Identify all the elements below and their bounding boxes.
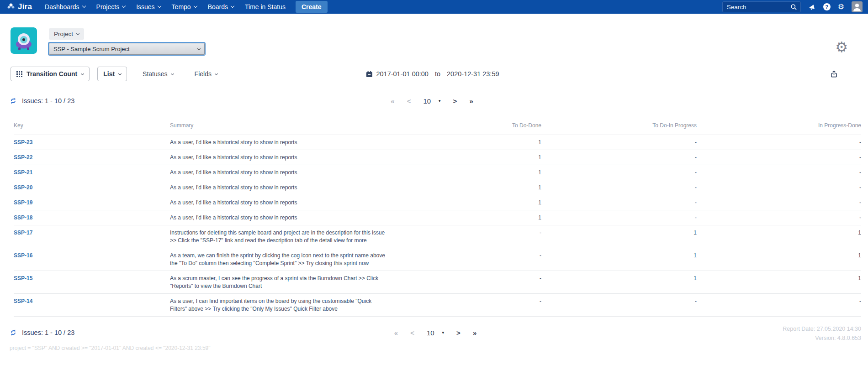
project-select[interactable]: SSP - Sample Scrum Project — [49, 43, 205, 55]
column-header-summary[interactable]: Summary — [170, 118, 394, 135]
pagination-next-button[interactable]: > — [453, 97, 457, 105]
refresh-button[interactable] — [10, 97, 17, 104]
issue-key-link[interactable]: SSP-22 — [14, 154, 32, 161]
navbar-right: ? ⚙ — [722, 1, 863, 12]
value-inprogress-done: 1 — [697, 225, 861, 248]
value-todo-inprogress: - — [541, 135, 697, 150]
grid-icon — [16, 71, 22, 77]
issue-summary: As a user, I can find important items on… — [170, 294, 394, 317]
page-size-value: 10 — [423, 97, 431, 105]
project-scope-dropdown[interactable]: Project — [49, 28, 84, 40]
pagination-next-button[interactable]: > — [456, 329, 460, 337]
report-settings-gear-icon[interactable]: ⚙ — [835, 40, 848, 54]
report-version: Version: 4.8.0.653 — [783, 334, 861, 343]
refresh-button[interactable] — [10, 329, 17, 336]
pagination-last-button[interactable]: » — [473, 329, 476, 337]
announcements-icon[interactable] — [808, 3, 816, 10]
issue-key-link[interactable]: SSP-16 — [14, 252, 32, 259]
statuses-dropdown[interactable]: Statuses — [140, 70, 176, 78]
view-dropdown-label: List — [103, 70, 115, 78]
issue-summary: As a user, I'd like a historical story t… — [170, 195, 394, 210]
chevron-down-icon — [231, 4, 234, 8]
chevron-down-icon — [157, 4, 161, 8]
issue-key-cell: SSP-16 — [14, 248, 170, 271]
help-icon[interactable]: ? — [823, 3, 831, 10]
nav-item-projects[interactable]: Projects — [91, 0, 131, 14]
pagination-first-button[interactable]: « — [391, 97, 394, 105]
nav-item-dashboards[interactable]: Dashboards — [39, 0, 91, 14]
issue-key-link[interactable]: SSP-17 — [14, 229, 32, 236]
issue-key-link[interactable]: SSP-19 — [14, 199, 32, 206]
chevron-down-icon — [215, 72, 218, 75]
issue-summary: Instructions for deleting this sample bo… — [170, 225, 394, 248]
refresh-icon — [10, 329, 17, 336]
column-header-todo-done[interactable]: To Do-Done — [394, 118, 541, 135]
issue-key-cell: SSP-15 — [14, 271, 170, 294]
chevron-down-icon — [171, 72, 174, 75]
page-size-dropdown[interactable]: 10 ▾ — [427, 329, 444, 337]
nav-item-label: Dashboards — [45, 3, 79, 10]
project-header: Project SSP - Sample Scrum Project ⚙ — [0, 14, 868, 55]
value-todo-inprogress: - — [541, 180, 697, 195]
nav-item-time-in-status[interactable]: Time in Status — [239, 0, 291, 14]
issue-key-cell: SSP-17 — [14, 225, 170, 248]
value-todo-done: 1 — [394, 135, 541, 150]
issue-key-cell: SSP-18 — [14, 210, 170, 225]
issue-row: SSP-23As a user, I'd like a historical s… — [14, 135, 861, 150]
value-todo-done: 1 — [394, 150, 541, 165]
column-header-inprogress-done[interactable]: In Progress-Done — [697, 118, 861, 135]
calendar-icon — [365, 71, 372, 78]
page-size-value: 10 — [427, 329, 434, 337]
search-icon[interactable] — [790, 4, 797, 10]
caret-down-icon: ▾ — [439, 99, 441, 103]
nav-item-label: Time in Status — [245, 3, 286, 10]
search-input[interactable] — [726, 3, 786, 11]
settings-gear-icon[interactable]: ⚙ — [838, 3, 844, 10]
report-toolbar: Transition Count List Statuses Fields 20… — [11, 67, 854, 81]
issue-row: SSP-21As a user, I'd like a historical s… — [14, 165, 861, 180]
nav-item-tempo[interactable]: Tempo — [166, 0, 202, 14]
issue-key-link[interactable]: SSP-23 — [14, 139, 32, 146]
date-range-picker[interactable]: 2017-01-01 00:00 to 2020-12-31 23:59 — [365, 70, 499, 78]
issue-row: SSP-22As a user, I'd like a historical s… — [14, 150, 861, 165]
pagination-bottom: « < 10 ▾ > » — [394, 329, 476, 337]
issue-row: SSP-18As a user, I'd like a historical s… — [14, 210, 861, 225]
search-box — [722, 1, 801, 12]
create-button[interactable]: Create — [296, 1, 328, 13]
pagination-first-button[interactable]: « — [394, 329, 398, 337]
pagination-prev-button[interactable]: < — [410, 329, 414, 337]
jira-logo[interactable]: Jira — [6, 2, 32, 11]
issue-key-link[interactable]: SSP-21 — [14, 169, 32, 176]
issue-row: SSP-20As a user, I'd like a historical s… — [14, 180, 861, 195]
issues-count-label: Issues: 1 - 10 / 23 — [22, 97, 74, 104]
report-info: Report Date: 27.05.2020 14:30 Version: 4… — [783, 324, 861, 343]
export-button[interactable] — [827, 69, 841, 80]
column-header-todo-inprogress[interactable]: To Do-In Progress — [541, 118, 697, 135]
refresh-icon — [10, 97, 17, 104]
pagination-prev-button[interactable]: < — [407, 97, 411, 105]
issue-summary: As a user, I'd like a historical story t… — [170, 180, 394, 195]
project-select-value: SSP - Sample Scrum Project — [53, 46, 130, 52]
issue-row: SSP-17Instructions for deleting this sam… — [14, 225, 861, 248]
value-inprogress-done: - — [697, 294, 861, 317]
pagination-last-button[interactable]: » — [469, 97, 473, 105]
value-inprogress-done: - — [697, 210, 861, 225]
nav-item-boards[interactable]: Boards — [202, 0, 239, 14]
nav-item-issues[interactable]: Issues — [131, 0, 166, 14]
issue-summary: As a user, I'd like a historical story t… — [170, 135, 394, 150]
column-header-key[interactable]: Key — [14, 118, 170, 135]
page-size-dropdown[interactable]: 10 ▾ — [423, 97, 440, 105]
fields-dropdown[interactable]: Fields — [192, 70, 220, 78]
issue-key-link[interactable]: SSP-20 — [14, 184, 32, 191]
view-dropdown[interactable]: List — [97, 67, 127, 81]
issue-key-link[interactable]: SSP-14 — [14, 298, 32, 304]
metric-dropdown-label: Transition Count — [26, 70, 77, 78]
issue-key-link[interactable]: SSP-15 — [14, 275, 32, 281]
metric-dropdown[interactable]: Transition Count — [11, 67, 90, 81]
value-todo-done: - — [394, 271, 541, 294]
value-inprogress-done: - — [697, 165, 861, 180]
user-avatar[interactable] — [852, 1, 863, 12]
issue-key-link[interactable]: SSP-18 — [14, 214, 32, 221]
issue-row: SSP-16As a team, we can finish the sprin… — [14, 248, 861, 271]
issue-row: SSP-19As a user, I'd like a historical s… — [14, 195, 861, 210]
